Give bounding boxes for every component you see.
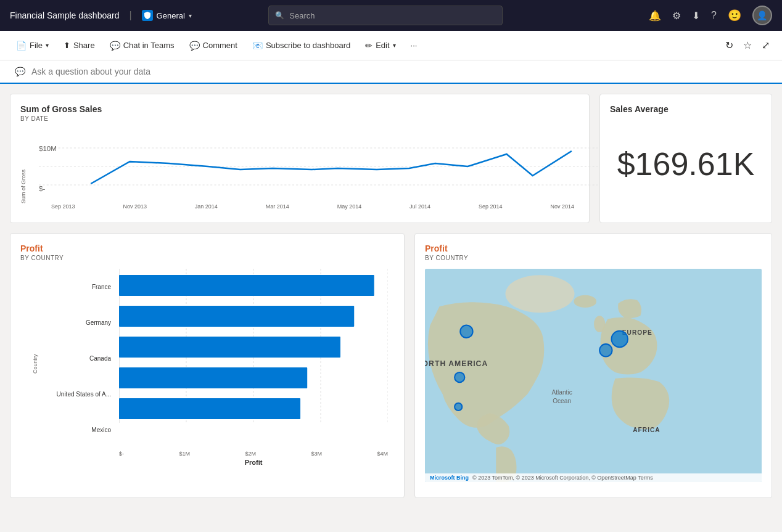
notifications-button[interactable]: 🔔 — [649, 10, 661, 22]
subscribe-icon: 📧 — [252, 41, 263, 51]
dashboard-content: Sum of Gross Sales BY DATE Sum of Gross … — [0, 84, 782, 508]
edit-chevron-icon: ▾ — [393, 42, 396, 49]
bar-chart-svg — [119, 269, 388, 448]
refresh-button[interactable]: ↻ — [723, 37, 736, 54]
sales-avg-title: Sales Average — [610, 104, 669, 114]
bar-mexico — [119, 398, 300, 419]
user-avatar[interactable]: 👤 — [752, 6, 772, 25]
x-tick-jul2014: Jul 2014 — [410, 203, 430, 210]
bar-x-ticks: $- $1M $2M $3M $4M — [119, 451, 388, 457]
toolbar: 📄 File ▾ ⬆ Share 💬 Chat in Teams 💬 Comme… — [0, 31, 782, 60]
bar-usa — [119, 367, 307, 388]
search-bar[interactable]: 🔍 — [268, 6, 503, 25]
svg-point-11 — [574, 295, 596, 308]
environment-label: General — [157, 11, 185, 20]
edit-button[interactable]: ✏ Edit ▾ — [359, 37, 401, 54]
chat-teams-button[interactable]: 💬 Chat in Teams — [104, 37, 181, 54]
dot-mexico — [455, 403, 462, 411]
qa-input[interactable] — [31, 67, 247, 76]
cat-germany: Germany — [86, 319, 111, 326]
dot-canada — [460, 325, 472, 338]
dot-usa — [455, 372, 464, 382]
x-axis-labels: Sep 2013 Nov 2013 Jan 2014 Mar 2014 May … — [51, 203, 574, 210]
bing-logo: Microsoft Bing — [430, 475, 469, 481]
profit-bar-tile: Profit BY COUNTRY Country France Germany… — [10, 233, 405, 498]
profit-bar-title: Profit — [20, 243, 394, 253]
search-icon: 🔍 — [275, 11, 284, 20]
bar-chart: Country France Germany Canada United Sta… — [20, 269, 394, 472]
map-svg: NORTH AMERICA EUROPE AFRICA Atlantic Oce… — [425, 269, 762, 482]
cat-usa: United States of A... — [57, 391, 111, 398]
share-icon: ⬆ — [64, 41, 70, 50]
line-chart: Sum of Gross $10M $- Sep 2013 Nov — [20, 129, 579, 210]
share-label: Share — [73, 41, 95, 50]
shield-icon — [142, 10, 153, 21]
bar-canada — [119, 337, 340, 358]
cat-mexico: Mexico — [91, 427, 111, 433]
qa-bar[interactable]: 💬 — [0, 60, 782, 84]
qa-icon: 💬 — [15, 67, 25, 76]
bottom-row: Profit BY COUNTRY Country France Germany… — [10, 233, 772, 498]
more-button[interactable]: ··· — [405, 37, 424, 54]
environment-badge[interactable]: General ▾ — [142, 10, 192, 21]
bar-france — [119, 275, 374, 296]
profit-map-title: Profit — [425, 243, 762, 253]
map-footer: Microsoft Bing © 2023 TomTom, © 2023 Mic… — [425, 473, 762, 482]
bar-x-axis-label: Profit — [245, 459, 263, 466]
more-label: ··· — [411, 41, 418, 50]
file-icon: 📄 — [16, 41, 27, 51]
comment-button[interactable]: 💬 Comment — [183, 37, 244, 54]
subscribe-button[interactable]: 📧 Subscribe to dashboard — [246, 37, 356, 54]
atlantic-ocean-label: Atlantic — [551, 389, 572, 396]
x-tick-nov2014: Nov 2014 — [550, 203, 574, 210]
top-navigation: Financial Sample dashboard | General ▾ 🔍… — [0, 0, 782, 31]
share-button[interactable]: ⬆ Share — [57, 37, 101, 54]
cat-france: France — [92, 284, 111, 290]
search-input[interactable] — [289, 11, 496, 20]
feedback-button[interactable]: 🙂 — [728, 9, 741, 22]
file-button[interactable]: 📄 File ▾ — [10, 37, 55, 54]
top-row: Sum of Gross Sales BY DATE Sum of Gross … — [10, 94, 772, 223]
line-chart-polyline — [91, 151, 572, 184]
help-button[interactable]: ? — [711, 10, 717, 21]
settings-button[interactable]: ⚙ — [672, 10, 681, 22]
favorite-button[interactable]: ☆ — [741, 37, 754, 54]
gross-sales-title: Sum of Gross Sales — [20, 104, 579, 114]
profit-bar-subtitle: BY COUNTRY — [20, 255, 394, 261]
map-container[interactable]: NORTH AMERICA EUROPE AFRICA Atlantic Oce… — [425, 269, 762, 482]
x-tick-2m: $2M — [245, 451, 256, 457]
profit-map-subtitle: BY COUNTRY — [425, 255, 762, 261]
x-tick-may2014: May 2014 — [337, 203, 362, 210]
app-title: Financial Sample dashboard — [10, 10, 119, 20]
y-axis-label: Sum of Gross — [20, 170, 27, 203]
dot-germany — [599, 344, 612, 356]
nav-icons: 🔔 ⚙ ⬇ ? 🙂 👤 — [649, 6, 772, 25]
fullscreen-button[interactable]: ⤢ — [759, 37, 772, 54]
map-copyright: © 2023 TomTom, © 2023 Microsoft Corporat… — [472, 475, 653, 481]
svg-text:$10M: $10M — [39, 145, 57, 152]
chat-teams-icon: 💬 — [110, 41, 120, 51]
nav-divider: | — [129, 10, 131, 21]
comment-label: Comment — [203, 41, 237, 50]
sales-avg-value: $169.61K — [610, 145, 762, 182]
dot-france — [612, 331, 628, 347]
x-tick-sep2013: Sep 2013 — [51, 203, 75, 210]
download-button[interactable]: ⬇ — [692, 10, 700, 22]
x-tick-sep2014: Sep 2014 — [479, 203, 503, 210]
gross-sales-subtitle: BY DATE — [20, 115, 579, 122]
bar-germany — [119, 306, 354, 327]
avatar-icon: 👤 — [757, 10, 767, 20]
bar-x-axis: $- $1M $2M $3M $4M Profit — [119, 451, 388, 466]
svg-text:Ocean: Ocean — [553, 398, 571, 404]
edit-icon: ✏ — [365, 41, 372, 51]
cat-canada: Canada — [89, 355, 111, 362]
north-america-label: NORTH AMERICA — [425, 359, 488, 368]
bar-categories: France Germany Canada United States of A… — [20, 269, 116, 448]
edit-label: Edit — [376, 41, 389, 50]
file-label: File — [30, 41, 43, 50]
x-tick-0: $- — [119, 451, 124, 457]
x-tick-jan2014: Jan 2014 — [195, 203, 218, 210]
chat-teams-label: Chat in Teams — [123, 41, 175, 50]
comment-icon: 💬 — [189, 41, 200, 51]
chevron-down-icon: ▾ — [189, 12, 192, 19]
